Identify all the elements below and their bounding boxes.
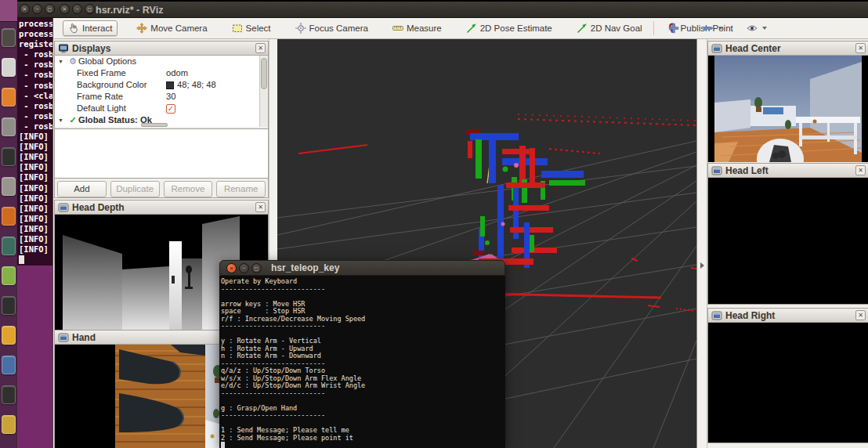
minimize-icon[interactable]: [239, 263, 249, 273]
head-center-scene: [708, 56, 868, 162]
property-row-fixed-frame[interactable]: Fixed Frameodom: [55, 67, 268, 79]
tool-interact[interactable]: Interact: [63, 20, 118, 36]
toolbar-tool-visibility-eye-icon[interactable]: [741, 20, 772, 36]
close-icon[interactable]: [855, 165, 866, 175]
expander-triangle-icon[interactable]: ▼: [58, 114, 67, 126]
toolbar-add-tool-plus-icon[interactable]: [663, 20, 685, 36]
dropdown-caret-icon[interactable]: [718, 27, 723, 30]
close-icon[interactable]: [855, 43, 866, 53]
launcher-icon[interactable]: [2, 28, 16, 47]
background-terminal[interactable]: process[process[register - rosbr - rosbr…: [17, 18, 52, 266]
terminal-line: [INFO] [: [19, 244, 52, 255]
launcher-icon[interactable]: [2, 266, 16, 285]
maximize-icon[interactable]: [85, 4, 95, 14]
displays-panel-header[interactable]: Displays: [55, 42, 268, 56]
panel-title: Displays: [72, 43, 110, 54]
tool-2d-nav-goal[interactable]: 2D Nav Goal: [571, 20, 648, 36]
tool-move-camera[interactable]: Move Camera: [131, 20, 212, 36]
displays-monitor-icon: [58, 43, 69, 54]
property-value[interactable]: 48; 48; 48: [166, 79, 216, 91]
terminal-line: - rosbr: [19, 60, 52, 70]
property-value[interactable]: ✓: [166, 103, 175, 114]
close-icon[interactable]: [20, 4, 30, 14]
property-label: Background Color: [77, 80, 147, 89]
close-icon[interactable]: [60, 4, 70, 14]
rviz-window-buttons: [60, 4, 95, 14]
tool-label: 2D Pose Estimate: [480, 23, 552, 33]
toolbar-separator: [653, 21, 654, 35]
toolbar-remove-tool-minus-icon[interactable]: [697, 20, 729, 36]
camera-panel-icon: [711, 165, 722, 176]
launcher-icon[interactable]: [2, 88, 16, 107]
property-row-frame-rate[interactable]: Frame Rate30: [55, 91, 268, 103]
add-button[interactable]: Add: [57, 181, 107, 197]
launcher-icon[interactable]: [2, 117, 16, 136]
tool-label: Measure: [407, 23, 442, 33]
property-row-default-light[interactable]: Default Light✓: [55, 103, 268, 114]
maximize-icon[interactable]: [251, 263, 262, 273]
launcher-icon[interactable]: [2, 296, 16, 315]
launcher-icon[interactable]: [2, 177, 16, 196]
duplicate-button[interactable]: Duplicate: [110, 181, 160, 197]
launcher-dash-icon[interactable]: [0, 0, 17, 22]
close-icon[interactable]: [255, 202, 266, 212]
property-row-global-options[interactable]: ▼⚙Global Options: [55, 56, 268, 67]
right-splitter[interactable]: [696, 39, 707, 448]
launcher-icon[interactable]: [2, 147, 16, 166]
launcher-icon[interactable]: [2, 385, 16, 404]
launcher-icon[interactable]: [2, 58, 16, 77]
tool-focus-camera[interactable]: Focus Camera: [290, 20, 374, 36]
close-icon[interactable]: [855, 310, 866, 320]
rename-button[interactable]: Rename: [216, 181, 266, 197]
camera-panel-icon: [58, 202, 69, 213]
tool-measure[interactable]: Measure: [387, 20, 447, 36]
terminal-line: [INFO] [: [19, 132, 52, 142]
launcher-icon[interactable]: [2, 326, 16, 345]
head-left-panel: Head Left: [707, 163, 868, 305]
toolbar-tools: InteractMove CameraSelectFocus CameraMea…: [63, 18, 739, 38]
dropdown-caret-icon[interactable]: [762, 27, 767, 30]
tool-2d-pose-estimate[interactable]: 2D Pose Estimate: [461, 20, 558, 36]
maximize-icon[interactable]: [45, 4, 55, 14]
property-value-text: 48; 48; 48: [177, 79, 216, 91]
teleop-window-title: hsr_teleop_key: [271, 262, 339, 273]
camera-panel-icon: [58, 332, 69, 343]
head-right-panel-header[interactable]: Head Right: [708, 309, 868, 323]
launcher-icon[interactable]: [2, 207, 16, 226]
measure-ruler-icon: [392, 23, 403, 34]
teleop-terminal-output[interactable]: Operate by Keyboard---------------------…: [219, 276, 505, 448]
close-icon[interactable]: [255, 43, 266, 53]
tree-scrollbar[interactable]: [259, 56, 268, 127]
collapse-right-icon[interactable]: [700, 262, 704, 269]
minimize-icon[interactable]: [32, 4, 42, 14]
panel-title: Hand: [72, 332, 96, 343]
teleop-titlebar[interactable]: hsr_teleop_key: [219, 260, 505, 276]
scrollbar-thumb[interactable]: [261, 58, 267, 89]
minimize-icon[interactable]: [72, 4, 82, 14]
launcher-icon[interactable]: [2, 356, 16, 374]
close-icon[interactable]: [226, 263, 237, 273]
remove-button[interactable]: Remove: [164, 181, 213, 197]
property-label: Global Options: [78, 56, 136, 66]
head-center-camera-image: [708, 56, 868, 161]
property-value[interactable]: odom: [166, 67, 188, 79]
property-row-background-color[interactable]: Background Color48; 48; 48: [55, 79, 268, 91]
head-center-panel-header[interactable]: Head Center: [708, 42, 868, 56]
tool-select[interactable]: Select: [226, 20, 277, 36]
terminal-line: - rosbr: [19, 70, 52, 80]
terminal-line: register: [19, 39, 52, 49]
head-left-panel-header[interactable]: Head Left: [708, 164, 868, 178]
property-value[interactable]: 30: [166, 91, 175, 103]
default-light-checkbox-icon[interactable]: ✓: [166, 104, 175, 114]
head-depth-panel-header[interactable]: Head Depth: [55, 201, 268, 215]
horizontal-scrollbar-thumb[interactable]: [141, 123, 168, 127]
launcher-icon[interactable]: [2, 415, 16, 434]
terminal-line: [INFO] [: [19, 224, 52, 234]
gear-icon: ⚙: [67, 56, 78, 67]
expander-triangle-icon[interactable]: ▼: [58, 56, 67, 67]
desktop: hsr.rviz* - RViz process[process[registe…: [0, 0, 868, 448]
property-value-text: odom: [166, 67, 188, 79]
launcher-icon[interactable]: [2, 237, 16, 255]
property-label: Fixed Frame: [77, 68, 126, 78]
teleop-line: --------------------------: [221, 390, 505, 398]
